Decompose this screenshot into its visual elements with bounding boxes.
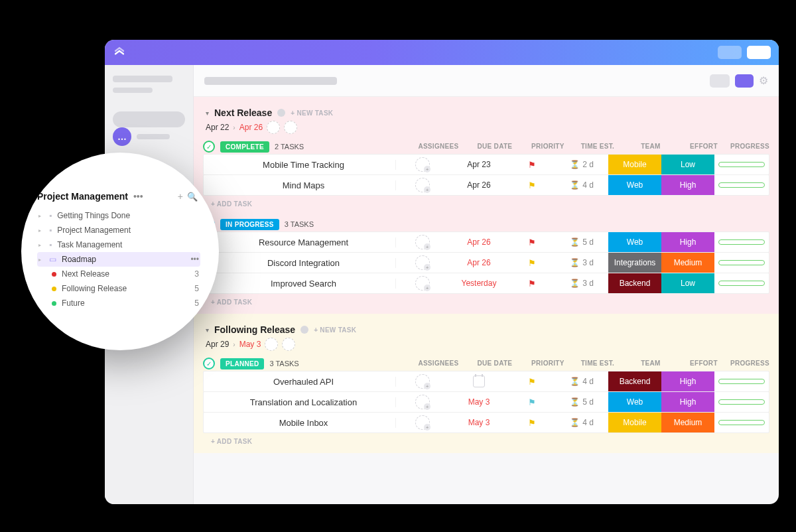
task-progress-bar[interactable] <box>718 239 765 245</box>
sidebar-item[interactable]: ▸ ▭ Roadmap ••• <box>37 252 200 267</box>
task-row[interactable]: Improved Search Yesterday ⚑ ⏳3 d Backend… <box>203 273 769 294</box>
task-name[interactable]: Mobile Inbox <box>204 418 396 428</box>
priority-flag-icon[interactable]: ⚑ <box>528 377 536 387</box>
status-circle-icon[interactable]: ✓ <box>203 141 215 153</box>
task-due-date[interactable]: May 3 <box>449 397 509 407</box>
task-progress-bar[interactable] <box>718 420 765 425</box>
task-time-estimate[interactable]: ⏳3 d <box>555 279 608 288</box>
assignee-add-icon[interactable] <box>415 374 430 389</box>
task-name[interactable]: Improved Search <box>204 279 396 289</box>
task-due-date[interactable]: Yesterday <box>449 279 509 288</box>
task-team-tag[interactable]: Backend <box>608 273 661 293</box>
priority-flag-icon[interactable]: ⚑ <box>528 237 536 247</box>
sidebar-space-menu-icon[interactable]: ••• <box>133 191 143 202</box>
task-time-estimate[interactable]: ⏳5 d <box>555 237 608 247</box>
task-team-tag[interactable]: Mobile <box>608 155 661 174</box>
task-effort-tag[interactable]: High <box>661 175 714 195</box>
task-name[interactable]: Mobile Time Tracking <box>204 160 396 170</box>
assignee-add-icon[interactable] <box>415 415 430 430</box>
status-pill[interactable]: IN PROGRESS <box>220 219 279 230</box>
task-time-estimate[interactable]: ⏳4 d <box>555 180 608 190</box>
task-progress-bar[interactable] <box>718 260 765 265</box>
sidebar-item[interactable]: ▸ ▪ Project Management <box>37 223 200 237</box>
priority-flag-icon[interactable]: ⚑ <box>528 418 536 428</box>
task-effort-tag[interactable]: High <box>661 392 714 412</box>
sidebar-sublist-item[interactable]: Future 5 <box>50 296 200 310</box>
task-due-date[interactable]: Apr 26 <box>449 180 509 190</box>
task-time-estimate[interactable]: ⏳5 d <box>555 397 608 407</box>
task-team-tag[interactable]: Web <box>608 392 661 412</box>
task-effort-tag[interactable]: High <box>661 371 714 391</box>
assignee-add-icon[interactable] <box>415 235 430 249</box>
new-task-button[interactable]: + NEW TASK <box>291 109 333 117</box>
assignee-add-icon[interactable] <box>415 255 430 270</box>
task-name[interactable]: Discord Integration <box>204 258 396 268</box>
sidebar-item[interactable]: ▸ ▪ Task Management <box>37 237 200 252</box>
assignee-placeholder-icon[interactable] <box>265 338 278 351</box>
assignee-add-icon[interactable] <box>415 395 430 409</box>
task-time-estimate[interactable]: ⏳3 d <box>555 258 608 267</box>
task-team-tag[interactable]: Integrations <box>608 253 661 273</box>
task-team-tag[interactable]: Web <box>608 175 661 195</box>
window-min-button[interactable] <box>718 46 742 59</box>
task-effort-tag[interactable]: Medium <box>661 253 714 273</box>
task-row[interactable]: Mobile Time Tracking Apr 23 ⚑ ⏳2 d Mobil… <box>203 154 769 175</box>
assignee-add-icon[interactable] <box>415 178 430 192</box>
task-effort-tag[interactable]: Medium <box>661 413 714 432</box>
task-team-tag[interactable]: Web <box>608 232 661 252</box>
status-circle-icon[interactable]: ✓ <box>203 358 215 369</box>
caret-down-icon[interactable]: ▾ <box>206 326 209 334</box>
assignee-placeholder-icon[interactable] <box>284 121 297 134</box>
task-row[interactable]: Mobile Inbox May 3 ⚑ ⏳4 d Mobile Medium <box>203 412 769 433</box>
calendar-icon[interactable] <box>473 375 485 387</box>
task-team-tag[interactable]: Backend <box>608 371 661 391</box>
task-row[interactable]: Resource Management Apr 26 ⚑ ⏳5 d Web Hi… <box>203 232 769 253</box>
task-name[interactable]: Overhauled API <box>204 377 396 387</box>
priority-flag-icon[interactable]: ⚑ <box>528 160 536 170</box>
task-due-date[interactable]: Apr 23 <box>449 160 509 169</box>
task-due-date[interactable]: May 3 <box>449 418 509 427</box>
task-due-date[interactable]: Apr 26 <box>449 237 509 247</box>
caret-down-icon[interactable]: ▾ <box>206 109 209 117</box>
window-max-button[interactable] <box>747 46 771 59</box>
task-progress-bar[interactable] <box>718 162 765 167</box>
info-icon[interactable] <box>300 326 308 334</box>
gear-icon[interactable]: ⚙ <box>759 74 768 87</box>
task-progress-bar[interactable] <box>718 281 765 286</box>
status-pill[interactable]: PLANNED <box>220 358 264 369</box>
task-name[interactable]: Resource Management <box>204 237 396 247</box>
sidebar-sublist-item[interactable]: Following Release 5 <box>50 281 200 296</box>
chat-icon[interactable]: … <box>113 127 131 146</box>
add-task-button[interactable]: + ADD TASK <box>203 293 769 314</box>
task-row[interactable]: Mind Maps Apr 26 ⚑ ⏳4 d Web High <box>203 174 769 196</box>
assignee-placeholder-icon[interactable] <box>282 338 295 351</box>
task-time-estimate[interactable]: ⏳4 d <box>555 418 608 427</box>
task-team-tag[interactable]: Mobile <box>608 413 661 432</box>
sidebar-search-icon[interactable]: 🔍 <box>187 192 198 202</box>
task-row[interactable]: Translation and Localization May 3 ⚑ ⏳5 … <box>203 391 769 413</box>
add-task-button[interactable]: + ADD TASK <box>203 195 769 216</box>
task-effort-tag[interactable]: Low <box>661 155 714 174</box>
info-icon[interactable] <box>277 109 285 117</box>
assignee-placeholder-icon[interactable] <box>267 121 280 134</box>
task-row[interactable]: Discord Integration Apr 26 ⚑ ⏳3 d Integr… <box>203 252 769 273</box>
sidebar-add-icon[interactable]: + <box>178 191 183 202</box>
sidebar-sublist-item[interactable]: Next Release 3 <box>50 267 200 281</box>
task-due-date[interactable]: Apr 26 <box>449 258 509 267</box>
task-progress-bar[interactable] <box>718 399 765 405</box>
priority-flag-icon[interactable]: ⚑ <box>528 258 536 268</box>
task-name[interactable]: Translation and Localization <box>204 397 396 407</box>
status-pill[interactable]: COMPLETE <box>220 141 269 153</box>
view-toggle-a[interactable] <box>710 74 730 88</box>
sidebar-item[interactable]: ▸ ▪ Getting Things Done <box>37 208 200 223</box>
view-toggle-b[interactable] <box>735 74 754 88</box>
sidebar-item-menu-icon[interactable]: ••• <box>190 255 199 264</box>
priority-flag-icon[interactable]: ⚑ <box>528 397 536 407</box>
new-task-button[interactable]: + NEW TASK <box>314 326 356 334</box>
priority-flag-icon[interactable]: ⚑ <box>528 279 536 289</box>
assignee-add-icon[interactable] <box>415 276 430 291</box>
task-progress-bar[interactable] <box>718 182 765 188</box>
task-effort-tag[interactable]: High <box>661 232 714 252</box>
task-row[interactable]: Overhauled API ⚑ ⏳4 d Backend High <box>203 371 769 392</box>
assignee-add-icon[interactable] <box>415 157 430 172</box>
